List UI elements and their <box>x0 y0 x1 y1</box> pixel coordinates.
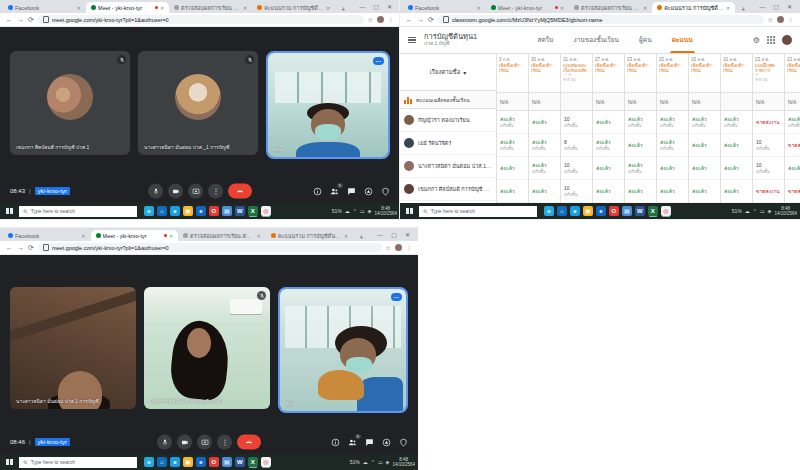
taskbar-clock[interactable]: 8:4814/10/2564 <box>392 457 415 467</box>
host-controls-icon[interactable] <box>381 187 390 196</box>
gear-icon[interactable]: ⚙ <box>753 36 760 45</box>
taskbar-app-word-icon[interactable]: W <box>235 457 245 467</box>
minimize-button[interactable]: — <box>377 232 383 238</box>
minimize-button[interactable]: — <box>759 4 765 10</box>
grade-cell[interactable]: ส่งแล้วเสร็จสิ้น <box>625 157 656 180</box>
close-button[interactable]: ✕ <box>387 3 392 10</box>
participant-tile[interactable]: นางสาวสมิตา มั่นต่อม ปวส.1 การบัญชี <box>10 287 136 409</box>
browser-tab[interactable]: Meet - yki-krxo-tyr✕ <box>486 2 569 13</box>
browser-tab[interactable]: Facebook✕ <box>3 230 91 241</box>
tray-status-icon[interactable]: ☁ <box>745 208 750 214</box>
taskbar-app-excel-icon[interactable]: X <box>248 457 258 467</box>
taskbar-app-internet-explorer-icon[interactable]: e <box>196 457 206 467</box>
student-row[interactable]: กัญญ์วรา ทองมาเรียน <box>400 109 496 132</box>
meeting-code[interactable]: yki-krxo-tyr <box>35 438 70 446</box>
taskbar-app-edge-icon[interactable]: e <box>570 206 580 216</box>
taskbar-app-file-explorer-icon[interactable]: ▣ <box>183 206 193 216</box>
taskbar-app-excel-icon[interactable]: X <box>248 206 258 216</box>
present-screen-button[interactable] <box>197 435 212 450</box>
grade-cell[interactable]: ส่งแล้วเสร็จสิ้น <box>593 134 624 157</box>
classroom-tab-grades[interactable]: คะแนน <box>670 27 695 53</box>
browser-tab[interactable]: Meet - yki-krxo-tyr✕ <box>86 2 169 13</box>
grade-cell[interactable]: ส่งแล้วเสร็จสิ้น <box>657 111 688 134</box>
grade-cell[interactable]: ส่งแล้ว <box>689 134 720 157</box>
taskbar-clock[interactable]: 8:4814/10/2564 <box>374 206 397 216</box>
profile-avatar[interactable] <box>377 16 384 23</box>
grade-cell[interactable]: 10เสร็จสิ้น <box>753 157 784 180</box>
taskbar-app-excel-icon[interactable]: X <box>648 206 658 216</box>
profile-avatar[interactable] <box>777 16 784 23</box>
taskbar-search-input[interactable]: Type here to search <box>419 206 537 217</box>
course-title-block[interactable]: การบัญชีต้นทุน1 ปวส.1 บัญชี <box>424 33 477 47</box>
end-call-button[interactable] <box>228 184 252 199</box>
camera-button[interactable] <box>168 184 183 199</box>
activities-icon[interactable] <box>382 438 391 447</box>
self-tile[interactable]: •••คุณ <box>278 287 408 413</box>
maximize-button[interactable]: ▢ <box>773 3 779 10</box>
tray-status-icon[interactable]: ◈ <box>768 208 772 214</box>
grade-cell[interactable]: 10เสร็จสิ้น <box>561 157 592 180</box>
tray-status-icon[interactable]: ◈ <box>368 208 372 214</box>
back-icon[interactable]: ← <box>6 244 13 251</box>
grade-cell[interactable]: ส่งแล้ว <box>721 180 752 203</box>
chat-icon[interactable] <box>347 187 356 196</box>
grade-cell[interactable]: ส่งแล้ว <box>497 180 528 203</box>
browser-tab[interactable]: คะแนนรวม การบัญชีต้นทุน1✕ <box>252 2 335 13</box>
tab-close-icon[interactable]: ✕ <box>344 233 348 239</box>
taskbar-app-opera-icon[interactable]: O <box>209 206 219 216</box>
forward-icon[interactable]: → <box>17 244 24 251</box>
grade-cell[interactable]: ส่งแล้ว <box>721 134 752 157</box>
minimize-button[interactable]: — <box>359 4 365 10</box>
grade-cell[interactable]: ส่งแล้วเสร็จสิ้น <box>529 134 560 157</box>
meeting-details-icon[interactable] <box>313 187 322 196</box>
reload-icon[interactable]: ⟳ <box>428 16 434 23</box>
url-input[interactable]: meet.google.com/yki-krxo-tyr?pli=1&authu… <box>38 243 382 252</box>
grade-cell[interactable]: ส่งแล้ว <box>657 157 688 180</box>
taskbar-app-cortana-icon[interactable]: o <box>144 206 154 216</box>
mic-button[interactable] <box>157 435 172 450</box>
mic-button[interactable] <box>148 184 163 199</box>
student-row[interactable]: นางสาวสมิตา มั่นต่อม ปวส.1 ก... <box>400 155 496 178</box>
classroom-tab-nav[interactable]: งานของชั้นเรียน <box>571 27 621 53</box>
new-tab-button[interactable]: + <box>735 6 751 13</box>
new-tab-button[interactable]: + <box>335 6 351 13</box>
participant-tile[interactable]: เขมภกา ศิลป์สมดี การบัญชี ปวส.1 <box>10 51 130 155</box>
bookmark-star-icon[interactable]: ☆ <box>768 16 773 23</box>
more-options-button[interactable] <box>208 184 223 199</box>
taskbar-search-input[interactable]: Type here to search <box>19 457 137 468</box>
back-icon[interactable]: ← <box>406 16 413 23</box>
grade-cell[interactable]: ขาดส่งงาน <box>785 134 800 157</box>
assignment-header[interactable]: 20 ส.ค.เช็คชื่อเข้าเรียน <box>657 54 688 93</box>
profile-avatar[interactable] <box>395 244 402 251</box>
assignment-header[interactable]: 13 ส.ค.เช็คชื่อเข้าเรียน <box>785 54 800 93</box>
tray-status-icon[interactable]: ☁ <box>363 459 368 465</box>
grade-cell[interactable]: ส่งแล้ว <box>625 180 656 203</box>
taskbar-app-folder-icon[interactable]: ▤ <box>222 206 232 216</box>
assignment-header[interactable]: 30 ส.ค.เช็คชื่อเข้าเรียน <box>529 54 560 93</box>
new-tab-button[interactable]: + <box>353 234 369 241</box>
reload-icon[interactable]: ⟳ <box>28 244 34 251</box>
camera-button[interactable] <box>177 435 192 450</box>
grade-cell[interactable]: ขาดส่งงาน <box>753 180 784 203</box>
participant-tile[interactable]: นางสาวสมิตา มั่นต่อม ปวส._1 การบัญชี <box>138 51 258 155</box>
grade-cell[interactable]: ส่งแล้ว <box>689 157 720 180</box>
reload-icon[interactable]: ⟳ <box>28 16 34 23</box>
taskbar-app-folder-icon[interactable]: ▤ <box>222 457 232 467</box>
taskbar-app-chrome-icon[interactable]: ◎ <box>261 457 271 467</box>
start-button[interactable] <box>3 208 16 215</box>
browser-tab[interactable]: ตรวจสอบผลการเรียน ศธ.02 ออนไลน์✕ <box>169 2 252 13</box>
taskbar-app-store-icon[interactable]: ⌂ <box>557 206 567 216</box>
people-icon[interactable]: 9 <box>348 438 357 447</box>
maximize-button[interactable]: ▢ <box>373 3 379 10</box>
tab-close-icon[interactable]: ✕ <box>160 5 164 11</box>
grade-cell[interactable]: ส่งแล้วเสร็จสิ้น <box>625 111 656 134</box>
taskbar-app-cortana-icon[interactable]: o <box>544 206 554 216</box>
url-input[interactable]: classroom.google.com/c/MzU3NzYyMjQ5MDE3/… <box>438 15 764 24</box>
grade-cell[interactable]: ส่งแล้ว <box>785 157 800 180</box>
more-options-button[interactable] <box>217 435 232 450</box>
browser-tab[interactable]: Facebook✕ <box>3 2 86 13</box>
grade-cell[interactable]: ส่งแล้ว <box>497 157 528 180</box>
url-input[interactable]: meet.google.com/yki-krxo-tyr?pli=1&authu… <box>38 15 364 24</box>
people-icon[interactable]: 9 <box>330 187 339 196</box>
assignment-header[interactable]: 31 ส.ค.แบบทดสอบเรื่องของเสียปกติจาก 10 <box>561 54 592 93</box>
